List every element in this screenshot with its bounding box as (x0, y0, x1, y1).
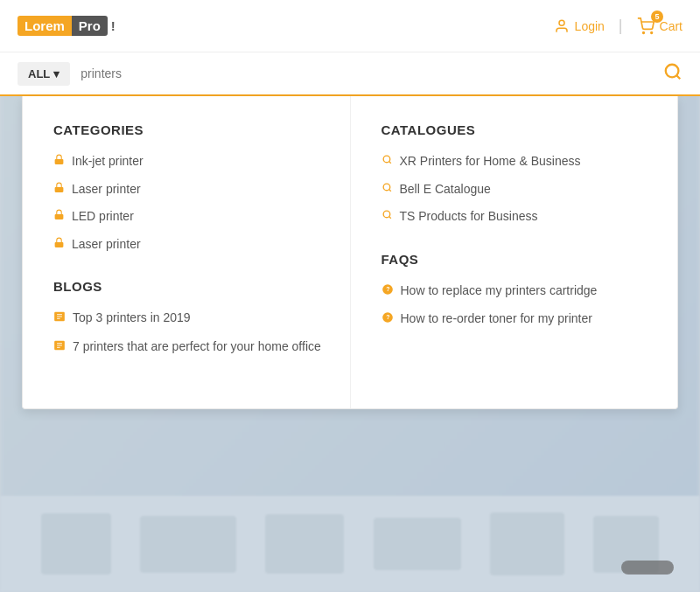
svg-point-0 (559, 20, 564, 25)
svg-line-4 (676, 75, 680, 79)
blog-icon (53, 310, 66, 327)
svg-point-3 (666, 64, 679, 77)
search-small-icon (382, 209, 393, 225)
faqs-section: FAQS ? How to replace my printers cartri… (382, 252, 652, 328)
background-products (0, 496, 700, 592)
svg-line-22 (388, 217, 390, 219)
header-divider: | (619, 17, 623, 35)
list-item[interactable]: Ink-jet printer (53, 153, 324, 171)
all-filter-button[interactable]: ALL ▾ (18, 62, 70, 86)
categories-section: CATEGORIES Ink-jet printer (53, 122, 324, 253)
dropdown-panel: CATEGORIES Ink-jet printer (22, 96, 678, 409)
svg-text:?: ? (386, 314, 389, 320)
blogs-title: BLOGS (53, 279, 324, 294)
svg-rect-5 (55, 159, 64, 164)
svg-rect-6 (55, 187, 64, 192)
list-item[interactable]: Laser printer (53, 236, 324, 254)
lock-icon (53, 237, 65, 253)
chevron-down-icon: ▾ (53, 67, 60, 80)
header: LoremPro! Login | 5 Cart (0, 0, 700, 52)
catalogues-title: CATALOGUES (382, 122, 652, 137)
list-item[interactable]: Top 3 printers in 2019 (53, 310, 324, 327)
list-item[interactable]: 7 printers that are perfect for your hom… (53, 338, 324, 356)
list-item[interactable]: Bell E Catalogue (382, 181, 652, 198)
svg-line-20 (388, 189, 390, 191)
product-thumb (490, 512, 564, 575)
panel-right: CATALOGUES XR Printers for Home & Busine… (351, 96, 678, 408)
product-thumb (140, 516, 236, 573)
search-input[interactable] (80, 66, 663, 80)
lock-icon (53, 154, 65, 170)
blogs-list: Top 3 printers in 2019 7 printers that a… (53, 310, 324, 355)
search-button[interactable] (663, 62, 682, 86)
blogs-section: BLOGS Top 3 printers in 2019 (53, 279, 324, 355)
all-label: ALL (28, 67, 50, 80)
catalogues-list: XR Printers for Home & Business Bell E C… (382, 153, 652, 226)
list-item[interactable]: LED printer (53, 208, 324, 226)
blog-icon (53, 339, 66, 356)
faq-icon: ? (382, 283, 394, 300)
list-item[interactable]: ? How to replace my printers cartridge (382, 282, 652, 300)
main-wrapper: LoremPro! Login | 5 Cart (0, 0, 700, 409)
faqs-list: ? How to replace my printers cartridge ? (382, 282, 652, 328)
login-button[interactable]: Login (554, 18, 605, 34)
cart-button[interactable]: 5 Cart (637, 17, 682, 35)
catalogues-section: CATALOGUES XR Printers for Home & Busine… (382, 122, 652, 226)
categories-title: CATEGORIES (53, 122, 324, 137)
product-thumb (265, 514, 344, 574)
faq-icon: ? (382, 311, 394, 328)
svg-point-1 (642, 31, 644, 33)
categories-list: Ink-jet printer Laser printer (53, 153, 324, 253)
login-icon (554, 18, 570, 34)
list-item[interactable]: ? How to re-order toner for my printer (382, 310, 652, 328)
search-small-icon (382, 154, 393, 170)
svg-rect-7 (55, 214, 64, 219)
lock-icon (53, 182, 65, 198)
svg-text:?: ? (386, 286, 389, 292)
product-thumb (374, 518, 461, 570)
faqs-title: FAQS (382, 252, 652, 267)
cart-badge: 5 (651, 10, 663, 23)
search-small-icon (382, 182, 393, 198)
cart-label: Cart (660, 19, 682, 33)
logo[interactable]: LoremPro! (18, 16, 116, 36)
scrollbar-hint (621, 561, 674, 575)
list-item[interactable]: Laser printer (53, 181, 324, 198)
lock-icon (53, 209, 65, 225)
search-bar: ALL ▾ (0, 52, 700, 96)
logo-pro: Pro (72, 16, 108, 36)
logo-exclaim: ! (111, 18, 116, 33)
svg-point-2 (650, 31, 652, 33)
svg-line-18 (388, 161, 390, 163)
logo-lorem: Lorem (18, 16, 72, 36)
svg-rect-8 (55, 242, 64, 247)
header-right: Login | 5 Cart (554, 17, 682, 35)
search-icon (663, 62, 682, 81)
login-label: Login (575, 19, 605, 33)
list-item[interactable]: TS Products for Business (382, 208, 652, 226)
list-item[interactable]: XR Printers for Home & Business (382, 153, 652, 171)
panel-left: CATEGORIES Ink-jet printer (23, 96, 351, 408)
product-thumb (41, 513, 111, 575)
